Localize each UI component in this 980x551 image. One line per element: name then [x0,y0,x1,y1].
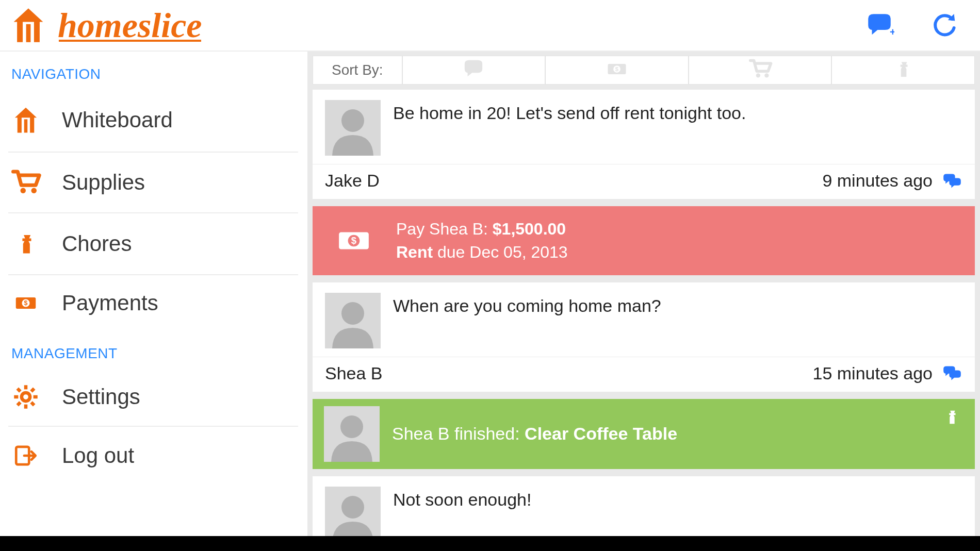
feed-chore[interactable]: Shea B finished: Clear Coffee Table [313,399,975,469]
sidebar-item-whiteboard[interactable]: Whiteboard [8,89,298,153]
payment-pay-label: Pay [396,220,424,238]
refresh-icon [930,11,958,39]
sidebar-item-supplies[interactable]: Supplies [8,153,298,213]
sort-by-cart[interactable] [688,56,831,84]
payment-desc-strong: Rent [396,243,433,261]
sidebar-section-management: MANAGEMENT [8,331,298,368]
money-icon [326,224,382,258]
sidebar-item-logout[interactable]: Log out [8,427,298,485]
sidebar-item-label: Payments [62,291,158,315]
avatar [325,487,381,536]
sidebar: NAVIGATION Whiteboard Supplies Chores Pa… [0,52,307,536]
message-author: Shea B [325,363,383,383]
feed: Be home in 20! Let's send off rent tonig… [307,90,980,536]
whiteboard-icon [10,104,41,136]
sidebar-item-label: Whiteboard [62,108,173,132]
message-text: Be home in 20! Let's send off rent tonig… [393,100,746,156]
app-viewport: homeslice NAVIGATION Whiteboard [0,0,980,536]
sort-bar: Sort By: [313,56,975,85]
avatar [325,100,381,156]
message-author: Jake D [325,171,380,191]
message-text: When are you coming home man? [393,293,661,348]
sort-by-label: Sort By: [313,56,402,84]
sidebar-section-navigation: NAVIGATION [8,52,298,89]
chore-prefix: Shea B finished: [392,424,520,443]
message-time: 9 minutes ago [822,171,933,191]
comments-icon [942,364,962,382]
whiteboard-icon [10,3,46,48]
message-time: 15 minutes ago [813,363,933,383]
app-bar: homeslice [0,0,980,52]
new-chat-button[interactable] [864,10,894,40]
payment-amount: $1,500.00 [493,220,566,238]
avatar [325,293,381,348]
comments-icon [942,172,962,190]
sort-by-chat[interactable] [402,56,545,84]
logout-icon [10,442,41,469]
sidebar-item-settings[interactable]: Settings [8,368,298,427]
payment-details: Pay Shea B: $1,500.00 Rent due Dec 05, 2… [396,218,568,264]
payment-payee: Shea B: [429,220,488,238]
chat-plus-icon [864,12,894,39]
gear-icon [10,383,41,410]
chat-icon [462,59,485,81]
money-icon [602,59,631,81]
feed-message[interactable]: Not soon enough! [313,476,975,536]
chore-task: Clear Coffee Table [525,424,677,443]
sidebar-item-chores[interactable]: Chores [8,213,298,275]
sort-by-money[interactable] [545,56,688,84]
money-icon [10,292,41,314]
app-name: homeslice [58,5,202,46]
spray-icon [944,406,959,430]
message-text: Not soon enough! [393,487,531,536]
spray-icon [10,229,41,259]
sidebar-item-label: Chores [62,231,132,256]
sidebar-item-label: Settings [62,385,140,409]
sidebar-item-payments[interactable]: Payments [8,275,298,331]
app-logo[interactable]: homeslice [10,3,202,48]
feed-message[interactable]: When are you coming home man? Shea B 15 … [313,282,975,392]
sidebar-item-label: Log out [62,443,134,468]
avatar [324,406,380,462]
sidebar-item-label: Supplies [62,170,145,195]
feed-payment[interactable]: Pay Shea B: $1,500.00 Rent due Dec 05, 2… [313,206,975,275]
device-frame: homeslice NAVIGATION Whiteboard [0,0,980,551]
payment-desc-rest: due Dec 05, 2013 [437,243,568,261]
cart-icon [747,58,773,82]
main-content: Sort By: Be home in 20! Let's send off r… [307,52,980,536]
sort-by-chores[interactable] [831,56,974,84]
feed-message[interactable]: Be home in 20! Let's send off rent tonig… [313,90,975,199]
refresh-button[interactable] [929,10,959,40]
spray-icon [894,58,912,82]
appbar-actions [864,10,959,40]
cart-icon [10,168,41,197]
